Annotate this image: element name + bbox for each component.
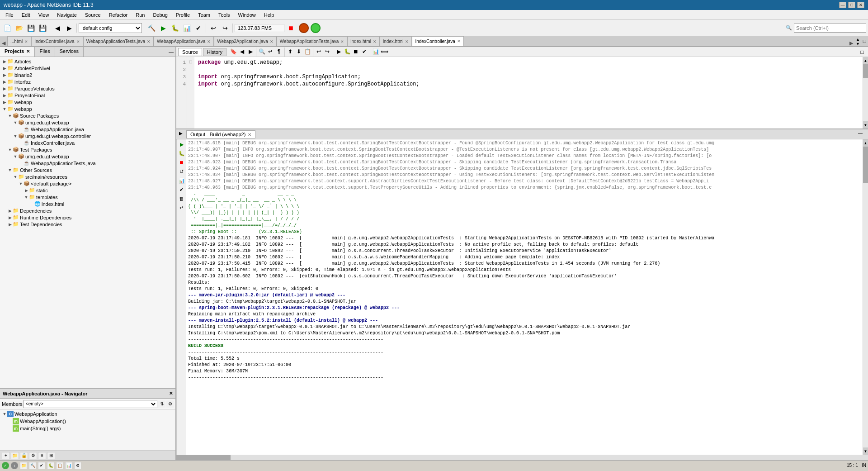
tree-item-interfaz[interactable]: ▶ 📁 interfaz	[0, 78, 175, 85]
expand-default-pkg[interactable]: ▼	[18, 181, 24, 186]
back-btn[interactable]: ◀	[52, 23, 63, 33]
tree-item-src-main[interactable]: ▼ 📁 src/main/resources	[0, 173, 175, 180]
tree-item-templates[interactable]: ▼ 📁 templates	[0, 194, 175, 200]
menu-file[interactable]: File	[2, 11, 17, 19]
menu-view[interactable]: View	[35, 11, 53, 19]
output-scroll-thumb[interactable]	[863, 147, 868, 183]
metrics-btn[interactable]: 📊	[372, 48, 380, 56]
tab-source[interactable]: Source	[178, 48, 202, 56]
nav-settings-btn[interactable]: ⚙	[29, 452, 37, 459]
tree-item-webapp2[interactable]: ▼ 📁 webapp	[0, 105, 175, 112]
nav-filter-combo[interactable]: <empty>	[24, 400, 157, 408]
tree-item-test-packages[interactable]: ▼ 📦 Test Packages	[0, 146, 175, 153]
output-minimize-btn[interactable]: —	[858, 131, 865, 138]
test-btn[interactable]: ✔	[193, 23, 204, 33]
menu-navigate[interactable]: Navigate	[53, 11, 80, 19]
output-tab-close[interactable]: ✕	[248, 132, 251, 137]
nav-expand-btn[interactable]: ⊞	[47, 452, 55, 459]
scroll-up-btn[interactable]: ▲	[863, 57, 868, 64]
tab-services[interactable]: Services	[55, 47, 84, 57]
editor-vscroll[interactable]: ▲ ▼	[863, 57, 868, 128]
tab-close-indexctrl2[interactable]: ✕	[457, 39, 461, 43]
tree-item-controller-pkg[interactable]: ▼ 📦 umg.edu.gt.webapp.controller	[0, 133, 175, 139]
diff-btn[interactable]: ⟺	[380, 48, 388, 56]
tab-close-indexhtml[interactable]: ✕	[373, 39, 377, 44]
scroll-down-btn[interactable]: ▼	[863, 121, 868, 128]
expand-interfaz[interactable]: ▶	[2, 80, 7, 84]
tree-item-proyecto[interactable]: ▶ 📁 ProyectoFinal	[0, 92, 175, 99]
expand-deps[interactable]: ▶	[7, 209, 13, 213]
profile-btn[interactable]: 📊	[181, 23, 192, 33]
file-tab-indexctrl2[interactable]: IndexController.java ✕	[412, 36, 463, 46]
output-hscroll-thumb[interactable]	[176, 455, 231, 460]
next-bookmark-btn[interactable]: ▶	[246, 48, 255, 56]
tree-item-arbolespornivel[interactable]: ▶ 📁 ArbolesPorNivel	[0, 65, 175, 71]
file-tab-webapptests2[interactable]: WebappApplicationTests.java ✕	[277, 36, 347, 46]
output-run-btn[interactable]: ▶	[178, 140, 186, 148]
expand-webapp2[interactable]: ▼	[2, 107, 7, 111]
save-all-btn[interactable]: 💾	[37, 23, 48, 33]
menu-profile[interactable]: Profile	[172, 11, 193, 19]
maximize-btn[interactable]: □	[848, 2, 855, 8]
menu-window[interactable]: Window	[235, 11, 259, 19]
project-tree[interactable]: ▶ 📁 Arboles ▶ 📁 ArbolesPorNivel ▶ 📁 bina…	[0, 57, 175, 388]
tree-item-webapp-tests[interactable]: ☕ WebappApplicationTests.java	[0, 160, 175, 167]
next-error-btn[interactable]: ⬇	[295, 48, 303, 56]
output-profile-btn[interactable]: 📊	[178, 176, 186, 185]
tree-item-indexhtml[interactable]: 🌐 index.html	[0, 200, 175, 207]
output-test-btn[interactable]: ✔	[178, 186, 186, 194]
expand-webapp-java[interactable]	[18, 127, 24, 132]
nav-list-btn[interactable]: ≡	[38, 452, 46, 459]
file-tab-webapp2[interactable]: Webapp2Application.java ✕	[214, 36, 277, 46]
output-wrap-btn[interactable]: ↵	[178, 204, 186, 212]
tree-item-runtime-deps[interactable]: ▶ 📁 Runtime Dependencies	[0, 214, 175, 221]
tab-files[interactable]: Files	[35, 47, 55, 57]
tree-item-index-ctrl[interactable]: ☕ IndexController.java	[0, 139, 175, 146]
nav-sort-btn[interactable]: ⇅	[158, 400, 165, 408]
tab-close-indexhtml2[interactable]: ✕	[405, 39, 409, 44]
toggle-bookmarks-btn[interactable]: 🔖	[229, 48, 237, 56]
tree-item-default-pkg[interactable]: ▼ 📦 <default package>	[0, 180, 175, 187]
tree-item-other-sources[interactable]: ▼ 📁 Other Sources	[0, 167, 175, 173]
file-tab-indexhtml[interactable]: index.html ✕	[347, 36, 380, 46]
output-content[interactable]: 23:17:48.015 [main] DEBUG org.springfram…	[186, 139, 863, 455]
menu-source[interactable]: Source	[81, 11, 104, 19]
menu-help[interactable]: Help	[260, 11, 278, 19]
tree-item-arboles[interactable]: ▶ 📁 Arboles	[0, 58, 175, 65]
menu-edit[interactable]: Edit	[18, 11, 34, 19]
file-tab-html[interactable]: ...html ✕	[7, 36, 31, 46]
stop-file-btn[interactable]: ⏹	[352, 48, 360, 56]
expand-test-deps[interactable]: ▶	[7, 222, 13, 227]
output-scroll-down[interactable]: ▼	[863, 447, 868, 455]
output-stop-btn[interactable]: ⏹	[178, 158, 186, 167]
tree-item-umg-pkg[interactable]: ▼ 📦 umg.edu.gt.webapp	[0, 119, 175, 126]
prev-bookmark-btn[interactable]: ◀	[238, 48, 246, 56]
tab-close-webapptests2[interactable]: ✕	[340, 39, 344, 44]
file-tab-indexhtml2[interactable]: index.html ✕	[380, 36, 412, 46]
output-tab-build[interactable]: Output - Build (webapp2) ✕	[186, 130, 255, 138]
menu-debug[interactable]: Debug	[149, 11, 171, 19]
expand-static[interactable]: ▶	[24, 188, 29, 193]
toggle-tasks-btn[interactable]: 📋	[303, 48, 311, 56]
tab-close-webapp[interactable]: ✕	[207, 39, 211, 44]
expand-controller-pkg[interactable]: ▼	[13, 134, 18, 138]
undo-edit-btn[interactable]: ↩	[315, 48, 323, 56]
debug-file-btn[interactable]: 🐛	[343, 48, 351, 56]
output-debug-btn[interactable]: 🐛	[178, 149, 186, 157]
minimize-btn[interactable]: —	[839, 2, 846, 8]
nav-browse-btn[interactable]: 📁	[11, 452, 19, 459]
compile-btn[interactable]: ▶	[335, 48, 343, 56]
tree-item-test-deps[interactable]: ▶ 📁 Test Dependencies	[0, 221, 175, 228]
tree-item-webapp-java[interactable]: ☕ WebappApplication.java	[0, 126, 175, 133]
expand-binario2[interactable]: ▶	[2, 73, 7, 77]
prev-error-btn[interactable]: ⬆	[286, 48, 294, 56]
stop-btn[interactable]: ⏹	[285, 23, 296, 33]
expand-source-pkg[interactable]: ▼	[7, 114, 13, 118]
expand-other-sources[interactable]: ▼	[7, 168, 13, 172]
tab-close-webapp2[interactable]: ✕	[270, 39, 274, 44]
menu-tools[interactable]: Tools	[215, 11, 234, 19]
expand-test-pkg[interactable]: ▼	[7, 147, 13, 152]
undo-btn[interactable]: ↩	[208, 23, 219, 33]
menu-run[interactable]: Run	[132, 11, 148, 19]
search-input[interactable]	[794, 24, 866, 33]
